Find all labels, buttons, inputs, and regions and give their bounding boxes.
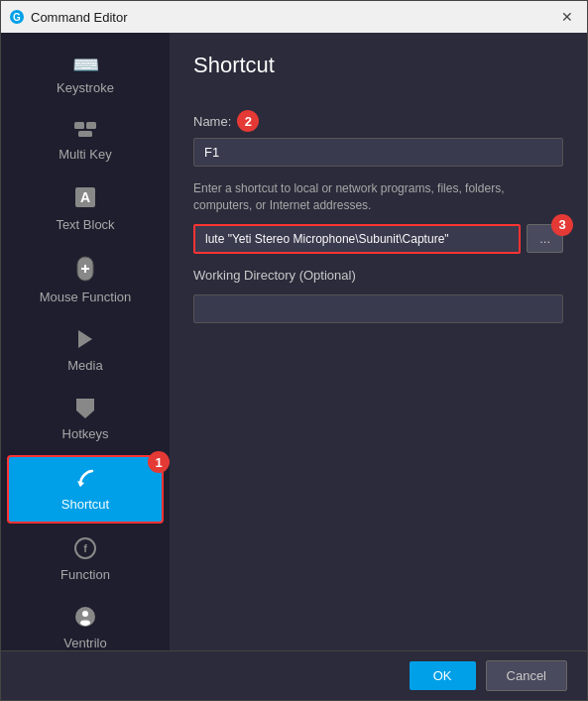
command-editor-window: G Command Editor ✕ ⌨️ Keystroke <box>0 0 588 701</box>
svg-marker-10 <box>78 330 92 348</box>
svg-text:A: A <box>80 189 90 205</box>
sidebar-item-multikey[interactable]: Multi Key <box>7 109 164 172</box>
keystroke-icon: ⌨️ <box>72 55 99 76</box>
panel-title-row: Shortcut <box>193 53 563 94</box>
sidebar-item-label: Keystroke <box>57 80 114 95</box>
sidebar-item-textblock[interactable]: A Text Block <box>7 175 164 242</box>
svg-marker-11 <box>76 399 94 418</box>
title-bar-left: G Command Editor <box>9 9 128 25</box>
sidebar-item-keystroke[interactable]: ⌨️ Keystroke <box>7 45 164 105</box>
working-dir-input[interactable] <box>193 294 563 323</box>
sidebar-item-function[interactable]: f Function <box>7 527 164 592</box>
shortcut-icon <box>74 467 96 493</box>
sidebar-item-label: Text Block <box>56 217 114 232</box>
window-title: Command Editor <box>31 10 128 25</box>
hotkeys-icon <box>74 397 96 422</box>
textblock-icon: A <box>73 185 97 213</box>
ventrilo-icon <box>74 606 96 632</box>
sidebar-item-label: Function <box>60 567 110 582</box>
media-icon <box>75 328 95 354</box>
mousefunction-icon <box>76 256 94 286</box>
svg-point-17 <box>80 620 90 626</box>
right-panel: Shortcut Name: 2 Enter a shortcut to loc… <box>170 33 587 650</box>
app-icon: G <box>9 9 25 25</box>
sidebar-item-label: Multi Key <box>59 147 111 162</box>
sidebar-item-shortcut[interactable]: 1 Shortcut <box>7 455 164 524</box>
working-dir-label: Working Directory (Optional) <box>193 268 563 283</box>
sidebar-item-label: Media <box>67 358 102 373</box>
svg-rect-4 <box>78 131 92 137</box>
shortcut-input[interactable] <box>193 224 521 254</box>
footer: OK Cancel <box>1 650 587 700</box>
shortcut-badge: 1 <box>148 451 170 473</box>
sidebar-item-media[interactable]: Media <box>7 318 164 383</box>
hint-text: Enter a shortcut to local or network pro… <box>193 180 563 214</box>
function-icon: f <box>74 537 96 563</box>
name-input[interactable] <box>193 138 563 167</box>
name-label-row: Name: 2 <box>193 110 563 132</box>
main-content: ⌨️ Keystroke Multi Key <box>1 33 587 650</box>
name-badge: 2 <box>237 110 259 132</box>
svg-point-16 <box>82 611 88 617</box>
sidebar-item-label: Ventrilo <box>63 636 106 650</box>
browse-badge: 3 <box>551 214 573 236</box>
sidebar: ⌨️ Keystroke Multi Key <box>1 33 170 650</box>
sidebar-item-label: Mouse Function <box>40 290 132 304</box>
sidebar-item-label: Shortcut <box>61 497 109 512</box>
ok-button[interactable]: OK <box>410 661 476 690</box>
close-button[interactable]: ✕ <box>555 5 579 29</box>
svg-rect-2 <box>74 122 84 129</box>
sidebar-item-label: Hotkeys <box>62 426 109 441</box>
title-bar: G Command Editor ✕ <box>1 1 587 33</box>
browse-btn-wrapper: ... 3 <box>527 224 563 254</box>
cancel-button[interactable]: Cancel <box>486 660 567 691</box>
svg-text:G: G <box>13 12 21 23</box>
sidebar-item-ventrilo[interactable]: Ventrilo <box>7 596 164 650</box>
sidebar-item-mousefunction[interactable]: Mouse Function <box>7 246 164 314</box>
multikey-icon <box>73 119 97 143</box>
svg-text:f: f <box>83 542 87 554</box>
sidebar-item-hotkeys[interactable]: Hotkeys <box>7 387 164 451</box>
shortcut-row: ... 3 <box>193 224 563 254</box>
panel-title: Shortcut <box>193 53 275 78</box>
svg-rect-3 <box>86 122 96 129</box>
name-label: Name: <box>193 114 231 129</box>
